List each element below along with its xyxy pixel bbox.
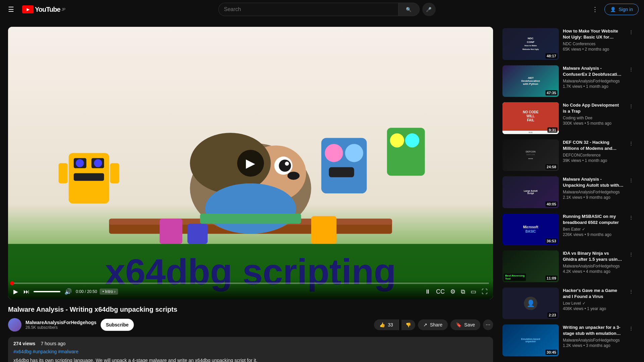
video-duration-2: 47:35 (545, 90, 557, 96)
svg-rect-28 (311, 216, 336, 244)
volume-fill (34, 291, 60, 292)
search-form: 🔍 (218, 3, 420, 16)
time-display: 0:00 / 20:50 (76, 289, 97, 294)
sidebar-video-title-9: Writing an unpacker for a 3-stage stub w… (563, 324, 624, 337)
sidebar-video-2[interactable]: .NETDeobfuscationwith Python 47:35 Malwa… (501, 64, 636, 99)
video-player[interactable]: x64dbg scripting ▶ (8, 27, 493, 299)
sidebar-video-6[interactable]: MicrosoftBASIC 36:53 Running MSBASIC on … (501, 212, 636, 247)
sidebar-stats-7: 4.2K views • 4 months ago (563, 269, 624, 274)
sidebar: NDCCONFHow to MakeWebsite Not Ugly 48:17… (501, 27, 636, 362)
sidebar-video-1[interactable]: NDCCONFHow to MakeWebsite Not Ugly 48:17… (501, 27, 636, 61)
video-duration-4: 24:58 (545, 164, 557, 170)
sidebar-stats-5: 2.1K views • 9 months ago (563, 195, 624, 200)
svg-rect-26 (160, 219, 182, 244)
video-section: x64dbg scripting ▶ ▶ ⏭ (8, 27, 493, 362)
voice-search-button[interactable]: 🎤 (422, 3, 436, 16)
progress-bar[interactable] (12, 283, 489, 284)
svg-rect-9 (59, 163, 68, 183)
channel-info: MalwareAnalysisForHedgehogs 26.5K subscr… (8, 318, 134, 331)
miniplayer-button[interactable]: ⧉ (460, 287, 467, 297)
more-options-button[interactable]: ⋮ (588, 3, 602, 16)
sidebar-more-button-4[interactable]: ⋮ (628, 139, 635, 147)
subscribe-button[interactable]: Subscribe (101, 319, 134, 331)
sidebar-video-3[interactable]: NO CODEWILLFAIL9:31 9:31 No Code App Dev… (501, 101, 636, 135)
search-input[interactable] (218, 3, 398, 16)
sidebar-more-button-8[interactable]: ⋮ (628, 288, 635, 295)
more-actions-button[interactable]: ⋯ (483, 319, 493, 330)
sidebar-stats-6: 226K views • 9 months ago (563, 232, 624, 237)
sidebar-video-title-3: No Code App Development is a Trap (563, 102, 624, 114)
subtitles-button[interactable]: CC (435, 287, 446, 297)
sidebar-video-title-2: Malware Analysis - ConfuserEx 2 Deobfusc… (563, 65, 624, 77)
sidebar-more-button-2[interactable]: ⋮ (628, 65, 635, 73)
svg-point-16 (287, 172, 300, 180)
sidebar-video-4[interactable]: DEFCONDEFCON●●●● 24:58 DEF CON 32 - Hack… (501, 138, 636, 173)
like-button[interactable]: 👍 33 (374, 319, 399, 330)
sidebar-more-button-6[interactable]: ⋮ (628, 214, 635, 221)
share-button[interactable]: ↗ Share (418, 319, 448, 330)
channel-avatar[interactable] (8, 318, 21, 331)
sign-in-button[interactable]: 👤 Sign in (604, 4, 639, 15)
settings-button[interactable]: ⚙ (449, 287, 457, 297)
channel-details: MalwareAnalysisForHedgehogs 26.5K subscr… (25, 320, 97, 330)
svg-point-6 (76, 159, 84, 167)
autoplay-button[interactable]: ⏸ (423, 287, 432, 297)
view-count: 274 views (13, 341, 35, 346)
sidebar-video-7[interactable]: Best ReversingTool 11:09 IDA vs Binary N… (501, 249, 636, 284)
upload-time: 7 hours ago (41, 341, 65, 346)
content-area: x64dbg scripting ▶ ▶ ⏭ (0, 19, 644, 362)
search-icon: 🔍 (406, 7, 412, 12)
svg-point-21 (345, 144, 363, 162)
controls-row: ▶ ⏭ 🔊 0:00 / 20:50 • Intro › (12, 287, 489, 297)
theater-button[interactable]: ▭ (469, 287, 478, 297)
sidebar-more-button-1[interactable]: ⋮ (628, 28, 635, 36)
volume-button[interactable]: 🔊 (63, 287, 73, 297)
channel-name[interactable]: MalwareAnalysisForHedgehogs (25, 320, 97, 325)
sidebar-video-5[interactable]: Large AutoItScript 40:05 Malware Analysi… (501, 175, 636, 209)
play-pause-button[interactable]: ▶ (12, 287, 19, 297)
search-button[interactable]: 🔍 (398, 3, 420, 16)
sign-in-label: Sign in (619, 7, 633, 12)
mic-icon: 🎤 (426, 7, 432, 12)
svg-point-25 (405, 133, 419, 147)
description-box[interactable]: 274 views 7 hours ago #x64dbg #unpacking… (8, 337, 493, 362)
save-label: Save (464, 322, 475, 327)
sidebar-channel-4: DEFCONConference (563, 153, 624, 158)
sidebar-video-10[interactable]: MALWAREANALYSISTOOLS 7:19 Malware Analys… (501, 360, 636, 362)
sidebar-video-8[interactable]: 👤 2:23 Hacker's Gave me a Game and I Fou… (501, 286, 636, 321)
sidebar-stats-2: 1.7K views • 1 month ago (563, 84, 624, 89)
sidebar-channel-1: NDC Conferences (563, 42, 624, 46)
play-button[interactable]: ▶ (237, 150, 264, 177)
youtube-logo-icon (22, 5, 34, 13)
header: ☰ YouTube JP 🔍 🎤 ⋮ 👤 Sign in (0, 0, 644, 19)
dislike-button[interactable]: 👎 (401, 320, 415, 330)
sidebar-thumbnail-6: MicrosoftBASIC 36:53 (502, 214, 559, 245)
thumbs-down-icon: 👎 (406, 322, 411, 327)
sidebar-more-button-7[interactable]: ⋮ (628, 250, 635, 258)
sidebar-stats-9: 1.2K views • 3 months ago (563, 343, 624, 348)
action-buttons: 👍 33 👎 ↗ Share 🔖 Save ⋯ (374, 319, 493, 330)
sidebar-video-title-7: IDA vs Binary Ninja vs Ghidra after 1.5 … (563, 250, 624, 262)
svg-point-14 (279, 160, 291, 172)
video-duration-5: 40:05 (545, 201, 557, 207)
svg-rect-22 (329, 167, 354, 177)
fullscreen-button[interactable]: ⛶ (480, 287, 489, 297)
sidebar-video-info-4: DEF CON 32 - Hacking Millions of Modems … (561, 139, 625, 171)
next-button[interactable]: ⏭ (22, 287, 31, 297)
menu-button[interactable]: ☰ (5, 3, 17, 16)
video-title: Malware Analysis - Writing x64dbg unpack… (8, 305, 493, 314)
youtube-logo[interactable]: YouTube JP (22, 5, 65, 13)
sidebar-more-button-5[interactable]: ⋮ (628, 176, 635, 184)
description-text: x64dbg has its own scripting language. W… (13, 357, 488, 362)
header-right: ⋮ 👤 Sign in (588, 3, 639, 16)
sidebar-thumbnail-4: DEFCONDEFCON●●●● 24:58 (502, 139, 559, 171)
sidebar-channel-3: Coding with Dee (563, 116, 624, 120)
volume-slider[interactable] (34, 291, 60, 292)
sidebar-video-9[interactable]: Emulation-basedunpacker 30:45 Writing an… (501, 323, 636, 358)
save-button[interactable]: 🔖 Save (450, 319, 480, 330)
svg-point-24 (390, 133, 404, 147)
sidebar-more-button-9[interactable]: ⋮ (628, 324, 635, 332)
share-label: Share (430, 322, 442, 327)
sidebar-thumbnail-7: Best ReversingTool 11:09 (502, 250, 559, 282)
sidebar-more-button-3[interactable]: ⋮ (628, 102, 635, 110)
